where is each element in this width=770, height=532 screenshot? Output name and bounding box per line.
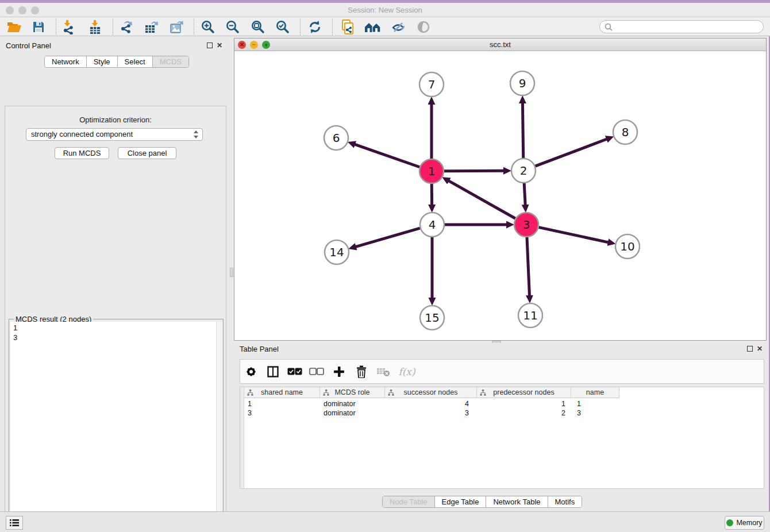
network-maximize-icon[interactable]: ＋ (262, 41, 270, 49)
tree-icon (388, 390, 394, 396)
close-panel-button[interactable]: Close panel (118, 147, 176, 159)
graph-node-8[interactable]: 8 (613, 120, 637, 144)
tab-node-table[interactable]: Node Table (383, 496, 435, 507)
status-bar: Memory (0, 511, 770, 532)
cell-shared-name[interactable]: 1 (244, 399, 320, 408)
graph-node-14[interactable]: 14 (325, 240, 349, 264)
new-network-from-selection-icon[interactable] (339, 19, 356, 35)
cell-mcds-role[interactable]: dominator (320, 408, 385, 418)
network-minimize-icon[interactable]: − (250, 41, 258, 49)
graph-node-6[interactable]: 6 (324, 126, 348, 150)
tab-edge-table[interactable]: Edge Table (435, 496, 487, 507)
cell-name[interactable]: 3 (571, 408, 619, 418)
add-column-icon[interactable] (328, 363, 351, 380)
cell-predecessor-nodes[interactable]: 2 (477, 408, 571, 418)
graph-edge-3-11[interactable] (527, 237, 530, 296)
tab-network-table[interactable]: Network Table (486, 496, 548, 507)
run-mcds-button[interactable]: Run MCDS (55, 147, 109, 159)
memory-button[interactable]: Memory (725, 516, 764, 530)
graph-edge-4-14[interactable] (356, 228, 420, 246)
column-header-predecessor-nodes[interactable]: predecessor nodes (477, 387, 571, 398)
graph-node-4[interactable]: 4 (420, 213, 444, 237)
vertical-splitter-handle[interactable] (230, 268, 233, 277)
first-neighbors-icon[interactable] (364, 19, 382, 35)
mcds-result-scrollbar[interactable] (216, 322, 222, 532)
graph-edge-1-6[interactable] (355, 144, 419, 167)
export-image-icon[interactable] (168, 19, 185, 35)
column-header-name[interactable]: name (571, 387, 619, 398)
close-table-panel-icon[interactable]: ✕ (757, 345, 763, 353)
delete-table-icon (372, 363, 394, 380)
column-header-mcds-role[interactable]: MCDS role (320, 387, 385, 398)
tab-network[interactable]: Network (45, 56, 87, 67)
column-layout-icon[interactable] (262, 363, 284, 380)
minimize-window-button[interactable] (18, 6, 26, 14)
delete-column-icon[interactable] (351, 363, 372, 380)
column-header-successor-nodes[interactable]: successor nodes (385, 387, 477, 398)
open-session-icon[interactable] (6, 19, 23, 35)
export-network-icon[interactable] (118, 19, 135, 35)
graph-node-11[interactable]: 11 (518, 303, 542, 327)
close-window-button[interactable] (6, 6, 14, 14)
cell-mcds-role[interactable]: dominator (320, 399, 385, 408)
graph-edge-2-8[interactable] (536, 139, 607, 166)
tab-motifs[interactable]: Motifs (548, 496, 582, 507)
toolbar-separator (56, 18, 56, 35)
cell-successor-nodes[interactable]: 4 (385, 399, 477, 408)
graph-node-15[interactable]: 15 (420, 306, 444, 330)
graph-edge-2-9[interactable] (522, 103, 523, 158)
import-table-icon[interactable] (86, 19, 103, 35)
svg-text:2: 2 (520, 164, 528, 178)
mcds-result-text[interactable]: 1 3 (10, 322, 216, 532)
graph-edge-3-10[interactable] (539, 228, 609, 242)
tree-icon (480, 390, 486, 396)
graph-node-2[interactable]: 2 (511, 159, 536, 183)
zoom-out-icon[interactable] (224, 19, 241, 35)
table-row[interactable]: 1 dominator 4 1 1 (244, 399, 619, 408)
network-window-titlebar[interactable]: ✕ − ＋ scc.txt (234, 38, 766, 51)
memory-status-dot (726, 519, 733, 526)
svg-text:3: 3 (523, 218, 530, 232)
tab-style[interactable]: Style (87, 56, 118, 67)
refresh-icon[interactable] (306, 19, 324, 35)
zoom-fit-icon[interactable] (249, 19, 267, 35)
network-canvas[interactable]: 1234678910111415 (234, 51, 766, 340)
task-history-icon[interactable] (6, 516, 23, 530)
float-table-panel-icon[interactable] (747, 346, 753, 352)
graph-node-1[interactable]: 1 (419, 159, 444, 183)
zoom-window-button[interactable] (31, 6, 39, 14)
gear-icon[interactable] (240, 363, 262, 380)
graph-edge-1-2[interactable] (444, 171, 504, 171)
save-session-icon[interactable] (30, 19, 47, 35)
tab-mcds[interactable]: MCDS (153, 56, 188, 67)
cell-name[interactable]: 1 (571, 399, 619, 408)
table-row[interactable]: 3 dominator 3 2 3 (244, 408, 619, 418)
cell-successor-nodes[interactable]: 3 (385, 408, 477, 418)
optimization-criterion-select[interactable]: strongly connected component (26, 128, 203, 141)
float-panel-icon[interactable] (207, 43, 213, 48)
search-field[interactable] (615, 23, 763, 31)
close-panel-icon[interactable]: ✕ (217, 41, 222, 49)
tab-select[interactable]: Select (118, 56, 153, 67)
import-network-icon[interactable] (60, 19, 77, 35)
hide-selected-icon[interactable] (390, 19, 407, 35)
graph-node-10[interactable]: 10 (615, 234, 640, 259)
graph-edge-2-3[interactable] (524, 183, 525, 205)
zoom-in-icon[interactable] (199, 19, 217, 35)
svg-text:7: 7 (428, 78, 436, 91)
svg-text:4: 4 (429, 218, 436, 232)
graph-node-3[interactable]: 3 (514, 213, 538, 237)
column-header-shared-name[interactable]: shared name (244, 387, 320, 398)
deselect-all-icon[interactable] (306, 363, 328, 380)
node-table: shared name MCDS role successor nodes pr… (240, 387, 764, 489)
cell-predecessor-nodes[interactable]: 1 (477, 399, 571, 408)
zoom-selected-icon[interactable] (274, 19, 291, 35)
network-close-icon[interactable]: ✕ (238, 41, 246, 49)
export-table-icon[interactable] (143, 19, 160, 35)
graph-edge-3-1[interactable] (449, 181, 515, 219)
graph-node-7[interactable]: 7 (419, 72, 444, 97)
search-input[interactable] (599, 20, 764, 33)
select-all-icon[interactable] (284, 363, 306, 380)
cell-shared-name[interactable]: 3 (244, 408, 320, 418)
graph-node-9[interactable]: 9 (510, 71, 534, 95)
